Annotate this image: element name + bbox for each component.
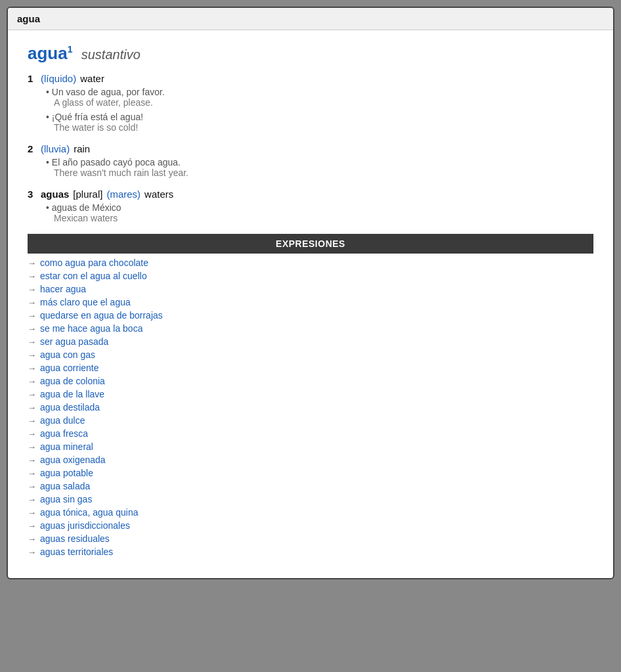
list-item[interactable]: →agua con gas — [28, 348, 593, 361]
arrow-icon: → — [28, 508, 36, 518]
entry-word: agua1 — [28, 43, 77, 63]
list-item[interactable]: →agua potable — [28, 466, 593, 480]
expresion-link[interactable]: agua tónica, agua quina — [40, 507, 138, 518]
expresion-link[interactable]: agua sin gas — [40, 494, 92, 504]
expresion-link[interactable]: aguas jurisdiccionales — [40, 520, 130, 531]
arrow-icon: → — [28, 324, 36, 334]
list-item[interactable]: →ser agua pasada — [28, 335, 593, 348]
sense-2-translation: rain — [74, 143, 90, 154]
sense-1-label: (líquido) — [41, 73, 76, 84]
expresiones-list: →como agua para chocolate →estar con el … — [28, 254, 593, 558]
sense-3-header: 3 aguas [plural] (mares) waters — [28, 189, 593, 200]
list-item[interactable]: →quedarse en agua de borrajas — [28, 309, 593, 322]
arrow-icon: → — [28, 390, 36, 399]
sense-3: 3 aguas [plural] (mares) waters aguas de… — [28, 189, 593, 223]
expresion-link[interactable]: agua salada — [40, 481, 90, 491]
arrow-icon: → — [28, 455, 36, 465]
sense-1: 1 (líquido) water Un vaso de agua, por f… — [28, 73, 593, 133]
list-item[interactable]: →se me hace agua la boca — [28, 322, 593, 335]
expresion-link[interactable]: hacer agua — [40, 284, 86, 294]
expresion-link[interactable]: ser agua pasada — [40, 336, 108, 347]
list-item[interactable]: →agua corriente — [28, 361, 593, 374]
list-item[interactable]: →agua destilada — [28, 401, 593, 414]
arrow-icon: → — [28, 416, 36, 426]
sense-1-header: 1 (líquido) water — [28, 73, 593, 84]
sense-3-examples: aguas de México Mexican waters — [46, 202, 593, 223]
expresion-link[interactable]: quedarse en agua de borrajas — [40, 310, 163, 321]
arrow-icon: → — [28, 521, 36, 531]
arrow-icon: → — [28, 337, 36, 347]
list-item[interactable]: →agua de la llave — [28, 388, 593, 401]
list-item[interactable]: →agua sin gas — [28, 493, 593, 506]
expresion-link[interactable]: agua fresca — [40, 428, 88, 439]
arrow-icon: → — [28, 534, 36, 544]
list-item[interactable]: →aguas jurisdiccionales — [28, 519, 593, 532]
expresion-link[interactable]: más claro que el agua — [40, 297, 131, 307]
arrow-icon: → — [28, 271, 36, 281]
expresion-link[interactable]: agua de colonia — [40, 376, 105, 386]
arrow-icon: → — [28, 258, 36, 268]
expresion-link[interactable]: agua dulce — [40, 415, 85, 426]
example-pair: El año pasado cayó poca agua. There wasn… — [46, 157, 593, 178]
entry-superscript: 1 — [68, 44, 73, 55]
expresion-link[interactable]: estar con el agua al cuello — [40, 271, 147, 281]
sense-1-examples: Un vaso de agua, por favor. A glass of w… — [46, 87, 593, 133]
sense-3-number: 3 — [28, 189, 37, 200]
example-translation: The water is so cold! — [54, 122, 593, 133]
arrow-icon: → — [28, 403, 36, 413]
list-item[interactable]: →hacer agua — [28, 282, 593, 296]
example-pair: aguas de México Mexican waters — [46, 202, 593, 223]
title-bar: agua — [8, 8, 613, 30]
expresion-link[interactable]: aguas residuales — [40, 533, 110, 544]
expresion-link[interactable]: agua con gas — [40, 349, 95, 360]
expresion-link[interactable]: agua mineral — [40, 441, 93, 452]
arrow-icon: → — [28, 429, 36, 439]
expresion-link[interactable]: agua potable — [40, 468, 93, 478]
expresion-link[interactable]: se me hace agua la boca — [40, 323, 142, 334]
list-item[interactable]: →agua mineral — [28, 440, 593, 453]
sense-2-header: 2 (lluvia) rain — [28, 143, 593, 154]
expresiones-header: EXPRESIONES — [28, 234, 593, 254]
list-item[interactable]: →aguas territoriales — [28, 545, 593, 558]
arrow-icon: → — [28, 298, 36, 307]
arrow-icon: → — [28, 284, 36, 294]
title-text: agua — [17, 13, 40, 24]
expresion-link[interactable]: agua de la llave — [40, 389, 104, 399]
example-source: Un vaso de agua, por favor. — [46, 87, 593, 97]
expresion-link[interactable]: agua corriente — [40, 363, 99, 373]
list-item[interactable]: →agua salada — [28, 480, 593, 493]
expresion-link[interactable]: como agua para chocolate — [40, 258, 148, 268]
list-item[interactable]: →agua de colonia — [28, 374, 593, 388]
list-item[interactable]: →más claro que el agua — [28, 296, 593, 309]
arrow-icon: → — [28, 468, 36, 478]
list-item[interactable]: →agua oxigenada — [28, 453, 593, 466]
arrow-icon: → — [28, 482, 36, 491]
example-translation: A glass of water, please. — [54, 97, 593, 108]
list-item[interactable]: →agua dulce — [28, 414, 593, 427]
sense-3-word-form: aguas — [41, 189, 69, 200]
example-pair: Un vaso de agua, por favor. A glass of w… — [46, 87, 593, 108]
example-source: ¡Qué fría está el agua! — [46, 112, 593, 122]
list-item[interactable]: →como agua para chocolate — [28, 256, 593, 269]
sense-2: 2 (lluvia) rain El año pasado cayó poca … — [28, 143, 593, 178]
sense-1-translation: water — [80, 73, 104, 84]
list-item[interactable]: →agua tónica, agua quina — [28, 506, 593, 519]
example-pair: ¡Qué fría está el agua! The water is so … — [46, 112, 593, 133]
example-source: aguas de México — [46, 202, 593, 213]
sense-1-number: 1 — [28, 73, 37, 84]
arrow-icon: → — [28, 376, 36, 386]
expresion-link[interactable]: agua oxigenada — [40, 455, 106, 465]
expresion-link[interactable]: aguas territoriales — [40, 547, 113, 557]
list-item[interactable]: →agua fresca — [28, 427, 593, 440]
sense-2-number: 2 — [28, 143, 37, 154]
sense-3-translation: waters — [144, 189, 173, 200]
sense-2-label: (lluvia) — [41, 143, 70, 154]
entry-header: agua1 sustantivo — [28, 43, 593, 64]
list-item[interactable]: →estar con el agua al cuello — [28, 269, 593, 282]
content-area: agua1 sustantivo 1 (líquido) water Un va… — [8, 30, 613, 578]
sense-2-examples: El año pasado cayó poca agua. There wasn… — [46, 157, 593, 178]
example-source: El año pasado cayó poca agua. — [46, 157, 593, 168]
arrow-icon: → — [28, 311, 36, 321]
list-item[interactable]: →aguas residuales — [28, 532, 593, 545]
expresion-link[interactable]: agua destilada — [40, 402, 100, 413]
